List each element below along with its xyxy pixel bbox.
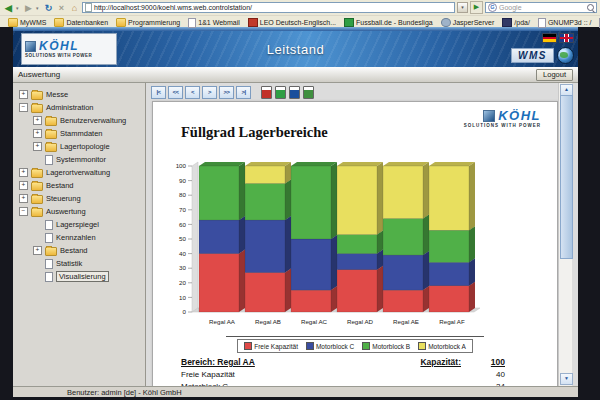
sidebar-item-systemmonitor[interactable]: Systemmonitor <box>13 153 145 166</box>
forward-icon[interactable]: ▶ <box>23 3 34 13</box>
plus-toggle-icon[interactable]: + <box>19 194 28 203</box>
reload-icon[interactable]: ↻ <box>43 3 54 13</box>
page-background: KÖHL SOLUTIONS WITH POWER Leitstand WMS … <box>0 27 600 400</box>
bookmark-jasperserver[interactable]: JasperServer <box>441 18 495 27</box>
sidebar-item-statistik[interactable]: Statistik <box>13 257 145 270</box>
go-button[interactable]: ▶ <box>470 1 483 14</box>
sidebar-item-messe[interactable]: +Messe <box>13 88 145 101</box>
header-right-panel: WMS <box>486 31 578 67</box>
search-magnifier-icon[interactable] <box>587 4 594 11</box>
bookmark-label: Programmierung <box>128 19 180 26</box>
bookmark-label: MyWMS <box>20 19 46 26</box>
forward-dropdown-icon[interactable]: ▾ <box>36 5 41 11</box>
search-input[interactable]: G Google <box>485 2 597 13</box>
pager-fast-back-button[interactable]: << <box>168 86 183 99</box>
wms-app: KÖHL SOLUTIONS WITH POWER Leitstand WMS … <box>13 27 578 397</box>
folder-icon <box>31 104 43 113</box>
legend-item-motorblock-b: Motorblock B <box>362 342 410 350</box>
plus-toggle-icon[interactable]: + <box>19 181 28 190</box>
german-flag-icon[interactable] <box>542 33 557 43</box>
url-dropdown-icon[interactable]: ▾ <box>457 2 468 13</box>
bookmark-programmierung[interactable]: Programmierung <box>116 18 180 27</box>
sidebar-item-kennzahlen[interactable]: Kennzahlen <box>13 231 145 244</box>
svg-text:60: 60 <box>179 221 186 228</box>
pda-icon <box>502 18 512 27</box>
export-xls-icon[interactable] <box>289 86 300 99</box>
bookmark-datenbanken[interactable]: Datenbanken <box>54 18 108 27</box>
sidebar-item-visualisierung[interactable]: Visualisierung <box>13 270 145 283</box>
scrollbar-thumb[interactable] <box>560 95 573 259</box>
uk-flag-icon[interactable] <box>559 33 574 43</box>
legend-swatch <box>418 342 426 350</box>
export-pdf-icon[interactable] <box>261 86 272 99</box>
sidebar-item-benutzerverwaltung[interactable]: +Benutzerverwaltung <box>13 114 145 127</box>
vertical-scrollbar[interactable]: ▲ ▼ <box>558 83 572 386</box>
scroll-down-icon[interactable]: ▼ <box>560 373 573 385</box>
capacity-value: 100 <box>461 357 505 367</box>
search-placeholder: Google <box>499 4 522 11</box>
plus-toggle-icon[interactable]: + <box>33 116 42 125</box>
tree-label: Bestand <box>60 246 88 255</box>
sidebar-item-steuerung[interactable]: +Steuerung <box>13 192 145 205</box>
bookmark-fussball-de-bundesliga[interactable]: Fussball.de - Bundesliga <box>344 18 433 27</box>
page-icon <box>188 18 196 28</box>
browser-chrome: ◀▾ ▶▾ ↻ × ⌂ http://localhost:9000/koehl.… <box>0 0 600 27</box>
back-icon[interactable]: ◀ <box>3 3 14 13</box>
export-rtf-icon[interactable] <box>275 86 286 99</box>
pager-first-button[interactable]: |< <box>151 86 166 99</box>
pager-fast-forward-button[interactable]: >> <box>219 86 234 99</box>
minus-toggle-icon[interactable]: − <box>19 207 28 216</box>
logout-button[interactable]: Logout <box>536 69 573 81</box>
minus-toggle-icon[interactable]: − <box>19 103 28 112</box>
pager-last-button[interactable]: >| <box>236 86 251 99</box>
row-value: 40 <box>461 370 505 379</box>
legend-swatch <box>244 342 252 350</box>
sidebar-item-lagerortverwaltung[interactable]: +Lagerortverwaltung <box>13 166 145 179</box>
bookmark-label: JasperServer <box>453 19 495 26</box>
tree-label: Benutzerverwaltung <box>60 116 126 125</box>
koehl-logo: KÖHL SOLUTIONS WITH POWER <box>21 33 117 65</box>
report-page: Füllgrad Lagerbereiche KÖHL SOLUTIONS WI… <box>152 101 558 386</box>
home-icon[interactable]: ⌂ <box>69 3 80 13</box>
plus-toggle-icon[interactable]: + <box>33 142 42 151</box>
sidebar-item-administration[interactable]: −Administration <box>13 101 145 114</box>
bookmark-leo-deutsch-englisch[interactable]: LEO Deutsch-Englisch... <box>248 18 336 27</box>
pager-back-button[interactable]: < <box>185 86 200 99</box>
back-dropdown-icon[interactable]: ▾ <box>16 5 21 11</box>
url-text: http://localhost:9000/koehl.wms.web.cont… <box>94 4 252 11</box>
bookmark-pda[interactable]: /pda/ <box>502 18 530 27</box>
capacity-label: Kapazität: <box>420 357 461 367</box>
url-input[interactable]: http://localhost:9000/koehl.wms.web.cont… <box>82 2 455 13</box>
plus-toggle-icon[interactable]: + <box>33 129 42 138</box>
bookmark-mywms[interactable]: MyWMS <box>8 18 46 27</box>
export-csv-icon[interactable] <box>303 86 314 99</box>
bookmark-1-1-webmail[interactable]: 1&1 Webmail <box>188 18 240 28</box>
bookmark-label: GNUMP3d :: / <box>548 19 592 26</box>
sidebar-item-bestand[interactable]: +Bestand <box>13 179 145 192</box>
sidebar-item-stammdaten[interactable]: +Stammdaten <box>13 127 145 140</box>
pager-forward-button[interactable]: > <box>202 86 217 99</box>
bookmark-label: 1&1 Webmail <box>198 19 240 26</box>
plus-toggle-icon[interactable]: + <box>19 168 28 177</box>
plus-toggle-icon[interactable]: + <box>33 246 42 255</box>
stop-icon[interactable]: × <box>56 3 67 13</box>
bookmark-gnump3d[interactable]: GNUMP3d :: / <box>538 18 592 28</box>
tree-label: Messe <box>46 90 68 99</box>
sidebar-item-lagertopologie[interactable]: +Lagertopologie <box>13 140 145 153</box>
svg-text:Regal AB: Regal AB <box>255 318 281 325</box>
legend-item-freie-kapazität: Freie Kapazität <box>244 342 298 350</box>
section-header: Bereich: Regal AA <box>181 357 420 367</box>
svg-text:80: 80 <box>179 191 186 198</box>
table-row: Freie Kapazität40 <box>181 370 505 379</box>
plus-toggle-icon[interactable]: + <box>19 90 28 99</box>
sidebar-item-bestand[interactable]: +Bestand <box>13 244 145 257</box>
svg-text:Regal AC: Regal AC <box>301 318 328 325</box>
main-area: +Messe−Administration+Benutzerverwaltung… <box>13 83 578 386</box>
sidebar-item-auswertung[interactable]: −Auswertung <box>13 205 145 218</box>
legend-label: Motorblock C <box>316 343 354 350</box>
browser-navbar: ◀▾ ▶▾ ↻ × ⌂ http://localhost:9000/koehl.… <box>0 0 600 16</box>
report-koehl-logo: KÖHL SOLUTIONS WITH POWER <box>464 110 541 128</box>
file-icon <box>45 272 53 282</box>
sidebar-item-lagerspiegel[interactable]: Lagerspiegel <box>13 218 145 231</box>
tree-label: Steuerung <box>46 194 81 203</box>
